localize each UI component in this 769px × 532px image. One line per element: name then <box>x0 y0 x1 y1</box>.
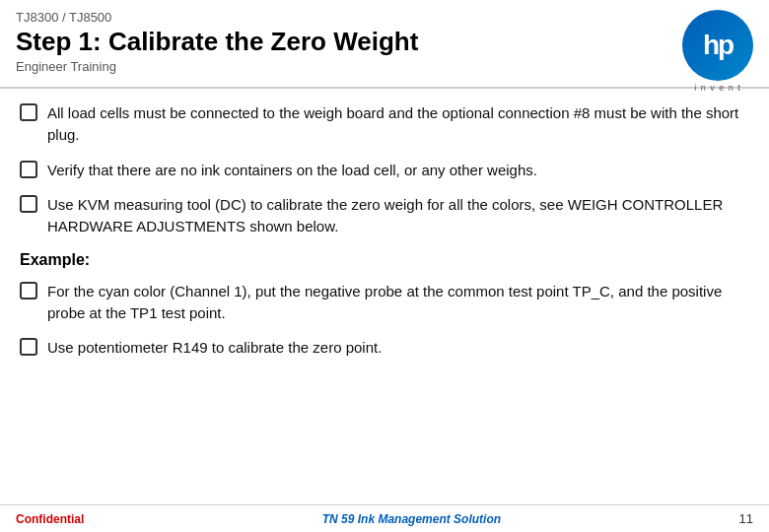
example-checkbox-icon-1 <box>20 282 37 299</box>
example-bullet-text-2: Use potentiometer R149 to calibrate the … <box>47 337 382 359</box>
footer: Confidential TN 59 Ink Management Soluti… <box>0 504 769 532</box>
hp-logo-circle: hp <box>682 10 753 81</box>
footer-center-text: TN 59 Ink Management Solution <box>322 512 501 526</box>
checkbox-icon-1 <box>20 103 37 121</box>
checkbox-icon-3 <box>20 195 37 213</box>
breadcrumb: TJ8300 / TJ8500 <box>16 10 418 25</box>
hp-logo-text: hp <box>703 30 733 61</box>
page-title: Step 1: Calibrate the Zero Weight <box>16 27 418 57</box>
hp-logo: hp i n v e n t <box>682 10 753 81</box>
example-bullet-item-1: For the cyan color (Channel 1), put the … <box>20 281 749 324</box>
header-left: TJ8300 / TJ8500 Step 1: Calibrate the Ze… <box>16 10 418 74</box>
bullet-item-2: Verify that there are no ink containers … <box>20 160 749 181</box>
bullet-text-3: Use KVM measuring tool (DC) to calibrate… <box>47 194 749 237</box>
footer-confidential: Confidential <box>16 512 84 526</box>
example-checkbox-icon-2 <box>20 338 37 356</box>
bullet-item-3: Use KVM measuring tool (DC) to calibrate… <box>20 194 749 237</box>
subtitle: Engineer Training <box>16 59 418 74</box>
hp-invent-text: i n v e n t <box>682 83 753 93</box>
example-bullet-item-2: Use potentiometer R149 to calibrate the … <box>20 337 749 359</box>
bullet-item-1: All load cells must be connected to the … <box>20 102 749 146</box>
example-bullet-text-1: For the cyan color (Channel 1), put the … <box>47 281 749 324</box>
bullet-text-2: Verify that there are no ink containers … <box>47 160 537 181</box>
header: TJ8300 / TJ8500 Step 1: Calibrate the Ze… <box>0 0 769 89</box>
main-content: All load cells must be connected to the … <box>0 89 769 380</box>
example-heading: Example: <box>20 251 749 269</box>
bullet-text-1: All load cells must be connected to the … <box>47 102 749 146</box>
footer-page-number: 11 <box>739 511 753 526</box>
checkbox-icon-2 <box>20 161 37 178</box>
page-container: TJ8300 / TJ8500 Step 1: Calibrate the Ze… <box>0 0 769 532</box>
